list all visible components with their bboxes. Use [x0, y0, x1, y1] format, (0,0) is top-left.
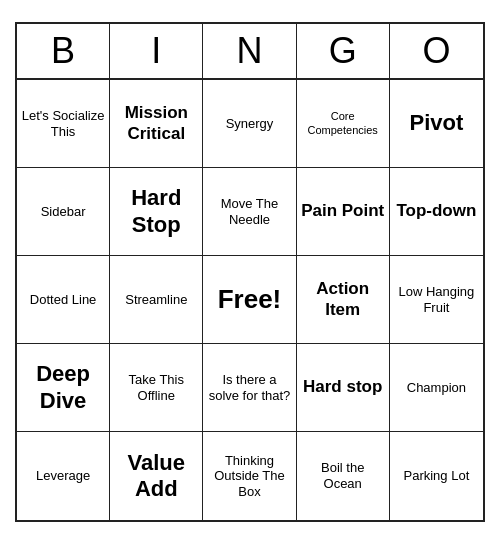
cell-text: Let's Socialize This — [21, 108, 105, 139]
header-letter: I — [110, 24, 203, 78]
bingo-cell[interactable]: Mission Critical — [110, 80, 203, 168]
bingo-cell[interactable]: Top-down — [390, 168, 483, 256]
bingo-cell[interactable]: Action Item — [297, 256, 390, 344]
cell-text: Deep Dive — [21, 361, 105, 414]
bingo-cell[interactable]: Champion — [390, 344, 483, 432]
bingo-cell[interactable]: Pivot — [390, 80, 483, 168]
cell-text: Value Add — [114, 450, 198, 503]
cell-text: Low Hanging Fruit — [394, 284, 479, 315]
cell-text: Pivot — [409, 110, 463, 136]
cell-text: Leverage — [36, 468, 90, 484]
cell-text: Action Item — [301, 279, 385, 320]
bingo-cell[interactable]: Streamline — [110, 256, 203, 344]
header-letter: G — [297, 24, 390, 78]
bingo-grid: Let's Socialize ThisMission CriticalSyne… — [17, 80, 483, 520]
cell-text: Champion — [407, 380, 466, 396]
cell-text: Synergy — [226, 116, 274, 132]
bingo-cell[interactable]: Dotted Line — [17, 256, 110, 344]
bingo-cell[interactable]: Low Hanging Fruit — [390, 256, 483, 344]
cell-text: Core Competencies — [301, 110, 385, 136]
cell-text: Take This Offline — [114, 372, 198, 403]
cell-text: Dotted Line — [30, 292, 97, 308]
bingo-cell[interactable]: Hard Stop — [110, 168, 203, 256]
bingo-cell[interactable]: Synergy — [203, 80, 296, 168]
cell-text: Hard stop — [303, 377, 382, 397]
cell-text: Thinking Outside The Box — [207, 453, 291, 500]
bingo-cell[interactable]: Value Add — [110, 432, 203, 520]
bingo-cell[interactable]: Sidebar — [17, 168, 110, 256]
cell-text: Pain Point — [301, 201, 384, 221]
cell-text: Is there a solve for that? — [207, 372, 291, 403]
cell-text: Hard Stop — [114, 185, 198, 238]
cell-text: Sidebar — [41, 204, 86, 220]
bingo-cell[interactable]: Let's Socialize This — [17, 80, 110, 168]
cell-text: Parking Lot — [404, 468, 470, 484]
bingo-cell[interactable]: Take This Offline — [110, 344, 203, 432]
cell-text: Streamline — [125, 292, 187, 308]
cell-text: Move The Needle — [207, 196, 291, 227]
bingo-header: BINGO — [17, 24, 483, 80]
bingo-cell[interactable]: Parking Lot — [390, 432, 483, 520]
bingo-cell[interactable]: Move The Needle — [203, 168, 296, 256]
bingo-card: BINGO Let's Socialize ThisMission Critic… — [15, 22, 485, 522]
bingo-cell[interactable]: Thinking Outside The Box — [203, 432, 296, 520]
bingo-cell[interactable]: Core Competencies — [297, 80, 390, 168]
cell-text: Free! — [218, 284, 282, 315]
bingo-cell[interactable]: Hard stop — [297, 344, 390, 432]
cell-text: Boil the Ocean — [301, 460, 385, 491]
bingo-cell[interactable]: Free! — [203, 256, 296, 344]
bingo-cell[interactable]: Deep Dive — [17, 344, 110, 432]
bingo-cell[interactable]: Pain Point — [297, 168, 390, 256]
header-letter: O — [390, 24, 483, 78]
bingo-cell[interactable]: Leverage — [17, 432, 110, 520]
header-letter: B — [17, 24, 110, 78]
cell-text: Mission Critical — [114, 103, 198, 144]
cell-text: Top-down — [396, 201, 476, 221]
bingo-cell[interactable]: Is there a solve for that? — [203, 344, 296, 432]
header-letter: N — [203, 24, 296, 78]
bingo-cell[interactable]: Boil the Ocean — [297, 432, 390, 520]
